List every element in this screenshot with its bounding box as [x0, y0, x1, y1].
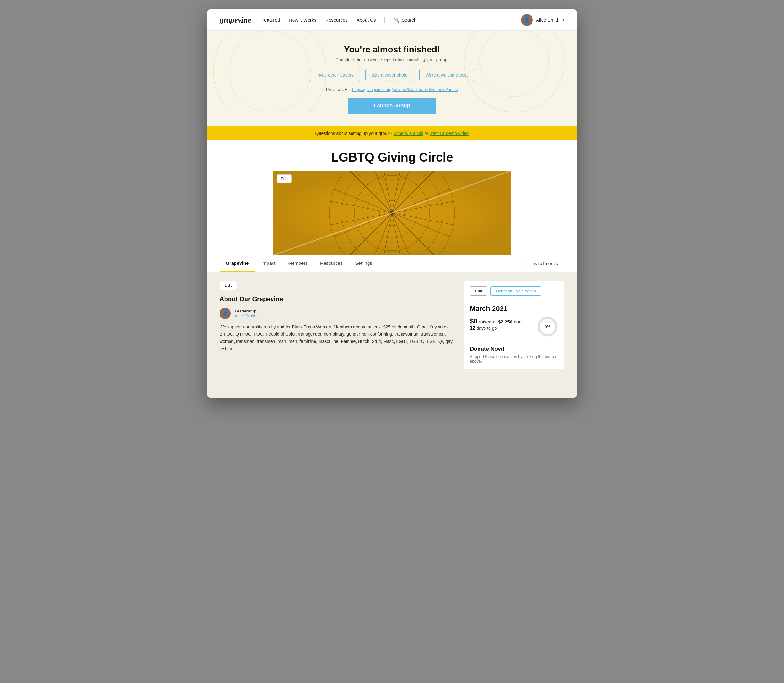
progress-circle: 0%: [536, 315, 559, 338]
nav-featured[interactable]: Featured: [261, 17, 280, 22]
launch-group-btn[interactable]: Launch Group: [348, 98, 436, 114]
hero-setup-section: You're almost finished! Complete the fol…: [207, 31, 577, 127]
user-menu[interactable]: 👤 Alice Smith ▾: [521, 14, 565, 26]
nav-resources[interactable]: Resources: [325, 17, 348, 22]
panel-edit-btn[interactable]: Edit: [470, 287, 487, 295]
user-avatar: 👤: [521, 14, 533, 26]
username: Alice Smith: [536, 17, 560, 22]
days-left: 12 days to go: [470, 325, 523, 331]
raised-row: $0 raised of $2,250 goal 12 days to go: [470, 315, 559, 338]
svg-rect-38: [273, 171, 511, 255]
hero-title: You're almost finished!: [219, 45, 565, 55]
leader-avatar: 👤: [219, 308, 231, 319]
questions-banner: Questions about setting up your group? S…: [207, 127, 577, 140]
progress-pct: 0%: [545, 324, 551, 329]
about-text: We support nonprofits run by and for Bla…: [219, 324, 454, 352]
setup-steps: Invite other leaders Add a cover photo W…: [219, 69, 565, 81]
nav-divider: [384, 17, 385, 23]
preview-url-row: Preview URL: https://givingcircle.org/pr…: [219, 87, 565, 92]
chevron-down-icon: ▾: [563, 18, 565, 22]
tab-grapevine[interactable]: Grapevine: [219, 255, 255, 272]
leadership-row: 👤 Leadership Alice Smith: [219, 308, 454, 319]
section-edit-btn[interactable]: Edit: [219, 281, 237, 290]
preview-url-link[interactable]: https://givingcircle.org/preview/black-t…: [352, 87, 458, 92]
preview-url-label: Preview URL:: [326, 87, 351, 92]
demo-video-link[interactable]: watch a demo video: [430, 131, 469, 136]
browser-window: grapevine Featured How it Works Resource…: [207, 10, 577, 398]
goal-label: goal: [514, 319, 522, 324]
donate-title: Donate Now!: [470, 346, 559, 352]
banner-or: or: [425, 131, 428, 136]
main-content: Edit About Our Grapevine 👤 Leadership Al…: [207, 272, 577, 398]
navbar: grapevine Featured How it Works Resource…: [207, 10, 577, 31]
right-column: Edit Donation Cycle Admin March 2021 $0 …: [464, 281, 565, 389]
donation-cycle-admin-btn[interactable]: Donation Cycle Admin: [490, 287, 541, 295]
nav-search[interactable]: 🔍 Search: [394, 17, 416, 23]
leader-name[interactable]: Alice Smith: [235, 313, 256, 318]
schedule-call-link[interactable]: Schedule a call: [394, 131, 423, 136]
cover-edit-btn[interactable]: Edit: [277, 175, 292, 183]
month-title: March 2021: [470, 305, 559, 313]
raised-amount-text: $0 raised of $2,250 goal: [470, 317, 523, 325]
raised-info: $0 raised of $2,250 goal 12 days to go: [470, 317, 523, 336]
search-label: Search: [402, 17, 416, 22]
group-tabs: Grapevine Impact Members Resources Setti…: [207, 255, 577, 272]
panel-actions: Edit Donation Cycle Admin: [470, 287, 559, 295]
tab-impact[interactable]: Impact: [255, 255, 282, 272]
write-welcome-post-btn[interactable]: Write a welcome post: [419, 69, 475, 81]
donate-subtitle: Support these fine causes by clicking th…: [470, 354, 559, 364]
raised-of: raised of: [479, 319, 497, 324]
invite-leaders-btn[interactable]: Invite other leaders: [310, 69, 360, 81]
tab-members[interactable]: Members: [282, 255, 314, 272]
hero-subtitle: Complete the following steps before laun…: [219, 57, 565, 62]
raised-goal: $2,250: [498, 319, 512, 324]
donation-panel: Edit Donation Cycle Admin March 2021 $0 …: [464, 281, 565, 369]
group-header: LGBTQ Giving Circle: [207, 140, 577, 255]
nav-links: Featured How it Works Resources About Us…: [261, 17, 521, 23]
add-cover-photo-btn[interactable]: Add a cover photo: [365, 69, 414, 81]
days-num: 12: [470, 325, 475, 331]
invite-friends-btn[interactable]: Invite Friends: [525, 258, 565, 269]
cover-photo: Edit: [273, 171, 511, 255]
raised-amount: $0: [470, 317, 477, 325]
tab-resources[interactable]: Resources: [314, 255, 349, 272]
nav-how-it-works[interactable]: How it Works: [289, 17, 317, 22]
search-icon: 🔍: [394, 17, 400, 23]
hero-content: You're almost finished! Complete the fol…: [219, 45, 565, 114]
leadership-label: Leadership: [235, 309, 256, 313]
cover-photo-image: [273, 171, 511, 255]
group-title: LGBTQ Giving Circle: [219, 150, 565, 164]
panel-divider-2: [470, 342, 559, 342]
about-title: About Our Grapevine: [219, 295, 454, 303]
site-logo: grapevine: [219, 15, 251, 25]
days-label: days to go: [477, 325, 497, 331]
banner-text: Questions about setting up your group?: [315, 131, 392, 136]
leader-info: Leadership Alice Smith: [235, 309, 256, 318]
nav-about-us[interactable]: About Us: [357, 17, 376, 22]
left-column: Edit About Our Grapevine 👤 Leadership Al…: [219, 281, 454, 389]
tab-settings[interactable]: Settings: [349, 255, 379, 272]
